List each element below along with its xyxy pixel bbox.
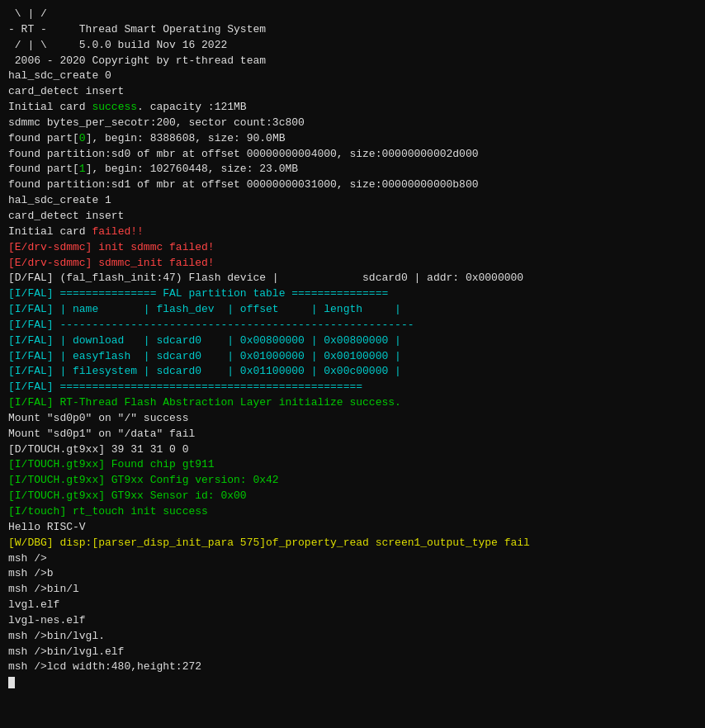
terminal-line: Mount "sd0p0" on "/" success — [8, 411, 697, 427]
terminal-line: [W/DBG] disp:[parser_disp_init_para 575]… — [8, 536, 697, 551]
terminal-line: card_detect insert — [8, 209, 697, 225]
terminal-line: [I/FAL] | easyflash | sdcard0 | 0x010000… — [8, 349, 697, 365]
terminal-line: Initial card failed!! — [8, 225, 697, 240]
terminal-line: [D/FAL] (fal_flash_init:47) Flash device… — [8, 271, 697, 286]
terminal-window: \ | / - RT - Thread Smart Operating Syst… — [0, 0, 705, 728]
terminal-line: lvgl-nes.elf — [8, 613, 697, 629]
terminal-line: lvgl.elf — [8, 598, 697, 613]
terminal-line: found partition:sd0 of mbr at offset 000… — [8, 147, 697, 163]
terminal-line: [I/FAL] RT-Thread Flash Abstraction Laye… — [8, 395, 697, 411]
terminal-line: found partition:sd1 of mbr at offset 000… — [8, 177, 697, 193]
terminal-cursor — [8, 677, 15, 688]
terminal-line: msh />bin/l — [8, 582, 697, 598]
terminal-line: [D/TOUCH.gt9xx] 39 31 31 0 0 — [8, 442, 697, 458]
cursor-line — [8, 675, 697, 691]
terminal-line: [E/drv-sdmmc] init sdmmc failed! — [8, 240, 697, 256]
terminal-line: / | \ 5.0.0 build Nov 16 2022 — [8, 38, 697, 54]
terminal-line: [I/FAL] =============== FAL partition ta… — [8, 286, 697, 302]
terminal-line: found part[1], begin: 102760448, size: 2… — [8, 162, 697, 177]
terminal-line: hal_sdc_create 1 — [8, 193, 697, 209]
terminal-line: 2006 - 2020 Copyright by rt-thread team — [8, 54, 697, 69]
terminal-line: msh />b — [8, 566, 697, 582]
terminal-line: [I/FAL] | name | flash_dev | offset | le… — [8, 302, 697, 318]
terminal-line: hal_sdc_create 0 — [8, 69, 697, 84]
terminal-line: msh />bin/lvgl.elf — [8, 645, 697, 660]
terminal-line: [E/drv-sdmmc] sdmmc_init failed! — [8, 256, 697, 272]
terminal-line: Hello RISC-V — [8, 520, 697, 536]
terminal-line: [I/TOUCH.gt9xx] Found chip gt911 — [8, 457, 697, 473]
terminal-line: found part[0], begin: 8388608, size: 90.… — [8, 131, 697, 147]
terminal-line: msh />lcd width:480,height:272 — [8, 659, 697, 675]
terminal-line: msh /> — [8, 551, 697, 567]
terminal-line: [I/FAL] | filesystem | sdcard0 | 0x01100… — [8, 364, 697, 380]
terminal-line: [I/FAL] | download | sdcard0 | 0x0080000… — [8, 333, 697, 349]
terminal-line: [I/FAL] ================================… — [8, 380, 697, 395]
terminal-line: sdmmc bytes_per_secotr:200, sector count… — [8, 116, 697, 131]
terminal-line: [I/TOUCH.gt9xx] GT9xx Sensor id: 0x00 — [8, 489, 697, 504]
terminal-line: [I/FAL] --------------------------------… — [8, 318, 697, 333]
terminal-line: [I/touch] rt_touch init success — [8, 504, 697, 520]
terminal-line: Mount "sd0p1" on "/data" fail — [8, 427, 697, 442]
terminal-line: - RT - Thread Smart Operating System — [8, 22, 697, 38]
terminal-line: msh />bin/lvgl. — [8, 629, 697, 645]
terminal-line: card_detect insert — [8, 84, 697, 100]
terminal-line: Initial card success. capacity :121MB — [8, 100, 697, 116]
terminal-line: \ | / — [8, 7, 697, 22]
terminal-line: [I/TOUCH.gt9xx] GT9xx Config version: 0x… — [8, 473, 697, 489]
